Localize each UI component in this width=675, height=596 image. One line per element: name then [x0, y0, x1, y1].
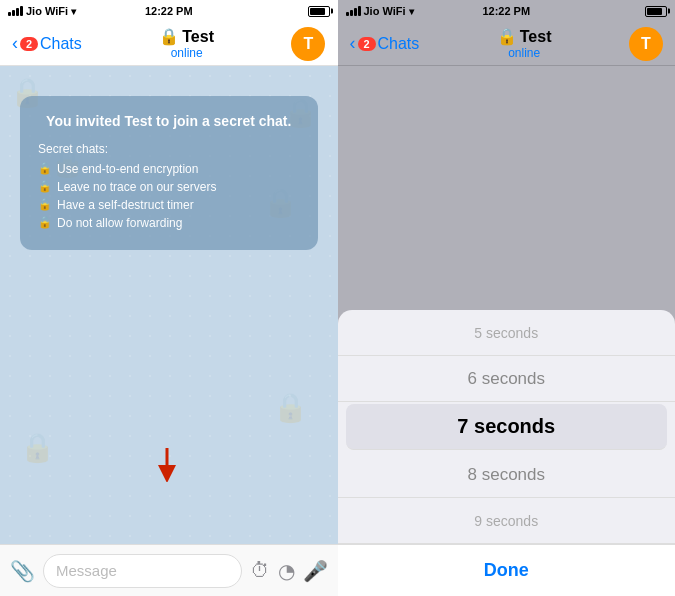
back-button-right[interactable]: ‹ 2 Chats [350, 33, 420, 54]
carrier-right: Jio WiFi [364, 5, 406, 17]
picker-done-button[interactable]: Done [484, 560, 529, 581]
signal-bars-left [8, 6, 23, 16]
time-left: 12:22 PM [145, 5, 193, 17]
picker-item-7sec[interactable]: 7 seconds [346, 404, 668, 450]
picker-item-6sec[interactable]: 6 seconds [338, 356, 676, 402]
bg-deco-5: 🔒 [20, 431, 55, 464]
back-button-left[interactable]: ‹ 2 Chats [12, 33, 82, 54]
wifi-icon-left: ▾ [71, 6, 76, 17]
message-input[interactable]: Message [43, 554, 242, 588]
nav-bar-right: ‹ 2 Chats 🔒 Test online T [338, 22, 676, 66]
secret-item-3: 🔒 Have a self-destruct timer [38, 198, 300, 212]
secret-bubble-title: You invited Test to join a secret chat. [38, 112, 300, 132]
chats-badge-left: 2 [20, 37, 38, 51]
nav-title-right: 🔒 Test online [497, 27, 552, 60]
secret-item-2: 🔒 Leave no trace on our servers [38, 180, 300, 194]
timer-icon[interactable]: ⏱ [250, 559, 270, 582]
input-bar-left: 📎 Message ⏱ ◔ 🎤 [0, 544, 338, 596]
lock-icon-4: 🔒 [38, 216, 52, 229]
nav-bar-left: ‹ 2 Chats 🔒 Test online T [0, 22, 338, 66]
picker-modal: 5 seconds 6 seconds 7 seconds 8 seconds … [338, 310, 676, 596]
right-panel: Jio WiFi ▾ 12:22 PM ‹ 2 Chats 🔒 Test [338, 0, 676, 596]
lock-icon-3: 🔒 [38, 198, 52, 211]
message-placeholder: Message [56, 562, 117, 579]
picker-item-9sec[interactable]: 9 seconds [338, 498, 676, 544]
wifi-icon-right: ▾ [409, 6, 414, 17]
picker-item-5sec[interactable]: 5 seconds [338, 310, 676, 356]
sticker-icon[interactable]: ◔ [278, 559, 295, 583]
arrow-down-icon [149, 446, 185, 482]
secret-item-4: 🔒 Do not allow forwarding [38, 216, 300, 230]
chats-badge-right: 2 [358, 37, 376, 51]
secret-info-bubble: You invited Test to join a secret chat. … [20, 96, 318, 250]
chat-title-left: Test [182, 28, 214, 46]
online-status-left: online [159, 46, 214, 60]
status-bar-right: Jio WiFi ▾ 12:22 PM [338, 0, 676, 22]
secret-chats-label: Secret chats: [38, 142, 300, 156]
avatar-right[interactable]: T [629, 27, 663, 61]
lock-nav-icon-left: 🔒 [159, 27, 179, 46]
signal-bars-right [346, 6, 361, 16]
lock-nav-icon-right: 🔒 [497, 27, 517, 46]
picker-done-row: Done [338, 544, 676, 596]
status-bar-left: Jio WiFi ▾ 12:22 PM [0, 0, 338, 22]
arrow-indicator [149, 446, 185, 486]
chat-title-right: Test [520, 28, 552, 46]
lock-icon-2: 🔒 [38, 180, 52, 193]
carrier-left: Jio WiFi [26, 5, 68, 17]
chevron-left-icon: ‹ [12, 33, 18, 54]
mic-icon[interactable]: 🎤 [303, 559, 328, 583]
bg-deco-6: 🔒 [273, 391, 308, 424]
chevron-right-icon: ‹ [350, 33, 356, 54]
secret-item-1: 🔒 Use end-to-end encryption [38, 162, 300, 176]
back-label-left: Chats [40, 35, 82, 53]
back-label-right: Chats [378, 35, 420, 53]
online-status-right: online [497, 46, 552, 60]
picker-list: 5 seconds 6 seconds 7 seconds 8 seconds … [338, 310, 676, 544]
avatar-left[interactable]: T [291, 27, 325, 61]
attachment-icon[interactable]: 📎 [10, 559, 35, 583]
right-overlay: Jio WiFi ▾ 12:22 PM ‹ 2 Chats 🔒 Test [338, 0, 676, 66]
battery-right [645, 6, 667, 17]
picker-item-8sec[interactable]: 8 seconds [338, 452, 676, 498]
nav-title-left: 🔒 Test online [159, 27, 214, 60]
chat-background-left: 🔒 🔒 🔒 🔒 🔒 🔒 You invited Test to join a s… [0, 66, 338, 544]
left-panel: Jio WiFi ▾ 12:22 PM ‹ 2 Chats 🔒 Test onl… [0, 0, 338, 596]
time-right: 12:22 PM [482, 5, 530, 17]
battery-left [308, 6, 330, 17]
lock-icon-1: 🔒 [38, 162, 52, 175]
